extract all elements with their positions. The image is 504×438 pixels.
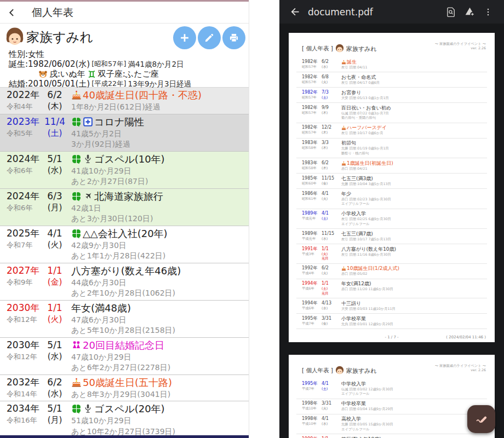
event-weekday: (月) <box>41 203 69 213</box>
event-title-row: 年女(満48歳) <box>71 301 249 315</box>
pdf-date-col: 11/15(水) <box>322 231 341 242</box>
event-row[interactable]: 2022年令和4年6/2(木)40歳誕生日(四十路・不惑)1年8か月2日(612… <box>0 88 249 114</box>
doc-subtitle: 〜 家族親戚のライフイベント 〜 ver. 2.26 <box>435 42 486 50</box>
event-row[interactable]: 2024年令和6年6/3(月)北海道家族旅行42歳1日あと3か月30日(120日… <box>0 189 249 226</box>
pdf-back-button[interactable] <box>285 1 305 23</box>
pdf-era: 平成元年 <box>302 216 322 221</box>
event-body: 40歳誕生日(四十路・不惑)1年8か月2日(612日)経過 <box>69 88 249 113</box>
pdf-event-row: 1982年昭和57年7/3(土)お宮参り大安 旧暦:05/13 0歳1か月1日 <box>296 88 487 103</box>
event-detail: 42歳9か月30日 <box>71 240 249 251</box>
pdf-year: 1999年 <box>302 436 322 438</box>
edit-button[interactable] <box>198 26 221 49</box>
event-date: 5/1 <box>41 402 69 415</box>
chevron-left-icon <box>7 7 18 18</box>
pdf-title-row: 高校入学 <box>341 416 487 422</box>
pdf-event-body: 1歳誕生日(初誕生日)赤口 旧暦:04/21 <box>341 160 487 171</box>
event-row[interactable]: 2034年令和16年5/1(月)ゴスペル(20年)51歳10か月29日あと10年… <box>0 401 249 438</box>
pdf-event-body: お七夜・命名式友引 旧暦:04/17 0歳6日 <box>341 74 487 85</box>
event-row[interactable]: 2030年令和12年1/1(火)年女(満48歳)47歳6か月30日あと5年10か… <box>0 301 249 338</box>
pdf-event-detail: 仏滅 旧暦:03/02 12歳9か月30日 <box>341 387 487 392</box>
event-weekday: (水) <box>41 389 69 399</box>
pdf-weekday: (火) <box>322 406 341 411</box>
pdf-date-col: 6/8(火) <box>322 74 341 85</box>
pdf-event-row: 1992年平成4年6/2(火)10歳誕生日(1/2成人式)赤口 旧暦:05/02 <box>296 264 487 279</box>
pdf-era: 平成10年 <box>302 406 322 411</box>
more-options-button[interactable] <box>479 1 497 23</box>
event-row[interactable]: 2024年令和6年5/1(水)ゴスペル(10年)41歳10か月29日あと2か月2… <box>0 152 249 189</box>
pdf-date-col: 6/2(木) <box>322 160 341 171</box>
pdf-year: 1982年 <box>302 74 322 80</box>
event-detail: 41歳5か月2日 <box>71 129 249 140</box>
pdf-title-row: 十三詣り <box>341 301 487 307</box>
clover-icon <box>71 228 82 239</box>
pdf-event-row: 1983年昭和58年6/2(木)1歳誕生日(初誕生日)赤口 旧暦:04/21 <box>296 158 487 174</box>
pencil-icon <box>204 32 215 43</box>
event-row[interactable]: 2032年令和14年6/2(水)50歳誕生日(五十路)あと8年3か月29日(30… <box>0 375 249 402</box>
pdf-title-row: 七五三(満3歳) <box>341 176 487 182</box>
print-button[interactable] <box>222 26 245 49</box>
pdf-year-col: 1995年平成7年 <box>296 316 322 327</box>
pdf-date-col: 6/2(水) <box>322 59 341 70</box>
pdf-event-title: 10歳誕生日(1/2成人式) <box>347 266 399 272</box>
pdf-event-title: 初節句 <box>341 140 356 146</box>
add-to-drive-button[interactable] <box>460 1 479 23</box>
pdf-event-row: 1994年平成6年1/1(土)元日年女(満12歳)赤口 旧暦:11/20 11歳… <box>296 279 487 299</box>
event-title-row: コロナ陽性 <box>71 115 249 129</box>
pdf-viewer: document.pdf [ 個人年表 ] <box>279 0 504 438</box>
event-row[interactable]: 2027年令和9年1/1(金)八方塞がり(数え年46歳)44歳6か月30日あと2… <box>0 263 249 301</box>
event-row[interactable]: 2030年令和12年5/1(水)20回目結婚記念日47歳10か月29日あと6年2… <box>0 338 249 375</box>
event-body: ゴスペル(20年)51歳10か月29日あと10年2か月27日(3739日) <box>69 402 249 437</box>
pdf-date-col: 4/13(水) <box>322 301 341 312</box>
pdf-event-detail: エイプリルフール <box>341 201 487 206</box>
event-date-col: 11/4(土) <box>41 115 69 150</box>
gender-value: 性別:女性 <box>9 49 44 59</box>
pdf-year-col: 1982年昭和57年 <box>296 125 322 136</box>
pdf-date: 1/1 <box>322 436 341 438</box>
event-row[interactable]: 2023年令和5年11/4(土)コロナ陽性41歳5か月2日3か月(92日)経過 <box>0 114 249 152</box>
pdf-title-row: 小学校入学 <box>341 211 487 217</box>
wedding-icon <box>71 340 82 350</box>
bottom-bar <box>0 435 249 438</box>
pdf-title-row: 前厄(数え年18歳) <box>341 436 487 438</box>
pdf-event-body: 中学校卒業赤口 旧暦:03/04 15歳9か月29日 <box>341 401 487 412</box>
event-body: コロナ陽性41歳5か月2日3か月(92日)経過 <box>69 115 249 150</box>
pdf-event-body: 中学校入学仏滅 旧暦:03/02 12歳9か月30日エイプリルフール <box>341 381 487 396</box>
profile-actions <box>173 26 245 49</box>
add-event-button[interactable] <box>173 26 196 49</box>
pdf-title-row: 百日祝い・お食い初め <box>341 105 487 111</box>
event-detail: 44歳6か月30日 <box>71 278 249 289</box>
pdf-year-col: 1998年平成10年 <box>296 401 322 412</box>
back-button[interactable] <box>0 2 24 24</box>
pdf-event-row: 1989年平成元年11/15(水)七五三(満7歳)友引 旧暦:10/17 7歳5… <box>296 229 487 244</box>
pdf-event-row: 1985年昭和60年11/15(金)七五三(満3歳)先勝 旧暦:10/04 3歳… <box>296 174 487 189</box>
pdf-event-title: 百日祝い・お食い初め <box>341 105 391 111</box>
pdf-event-detail: エイプリルフール <box>341 427 487 432</box>
pdf-date-col: 3/3(木) <box>322 140 341 155</box>
event-year-col: 2024年令和6年 <box>0 189 41 224</box>
pdf-title-row: お宮参り <box>341 90 487 96</box>
pdf-weekday: (土) <box>322 286 341 291</box>
pdf-title-row: 初節句 <box>341 140 487 146</box>
pdf-date-col: 4/1(水) <box>322 416 341 431</box>
event-title: ゴスペル(10年) <box>94 152 165 166</box>
pdf-title-row: 中学校入学 <box>341 381 487 387</box>
event-year: 2027年 <box>7 264 41 277</box>
event-title: 20回目結婚記念日 <box>83 338 164 352</box>
event-era: 令和16年 <box>7 415 41 425</box>
pdf-year-col: 1982年昭和57年 <box>296 74 322 85</box>
pdf-page-1[interactable]: [ 個人年表 ] 家族すみれ 〜 家族親戚のライフイベント 〜 ver. 2.2… <box>289 33 495 342</box>
event-row[interactable]: 2025年令和7年4/1(火)△△会社入社(20年)42歳9か月30日あと1年1… <box>0 226 249 263</box>
annotate-fab[interactable] <box>467 405 495 433</box>
find-in-page-button[interactable] <box>442 1 460 23</box>
pdf-date-col: 7/3(土) <box>322 90 341 101</box>
pdf-event-detail: エイプリルフール <box>341 222 487 227</box>
page-title: 個人年表 <box>32 5 73 20</box>
pdf-event-body: 高校入学先勝 旧暦:03/05 15歳9か月30日エイプリルフール <box>341 416 487 431</box>
mic-icon <box>83 404 93 414</box>
pdf-page-2[interactable]: [ 個人年表 ] 家族すみれ 〜 家族親戚のライフイベント 〜 ver. 2.2… <box>289 355 495 438</box>
event-era: 令和6年 <box>7 203 41 213</box>
pdf-event-detail: 大安 旧暦:03/03 11歳10か月11日 <box>341 307 487 312</box>
pdf-event-row: 1983年昭和58年3/3(木)初節句先勝 旧暦:01/19 0歳9か月1日雛祭… <box>296 139 487 159</box>
pdf-event-detail: 赤口 旧暦:04/21 <box>341 166 487 171</box>
pdf-page-header: [ 個人年表 ] 家族すみれ 〜 家族親戚のライフイベント 〜 ver. 2.2… <box>296 364 487 379</box>
